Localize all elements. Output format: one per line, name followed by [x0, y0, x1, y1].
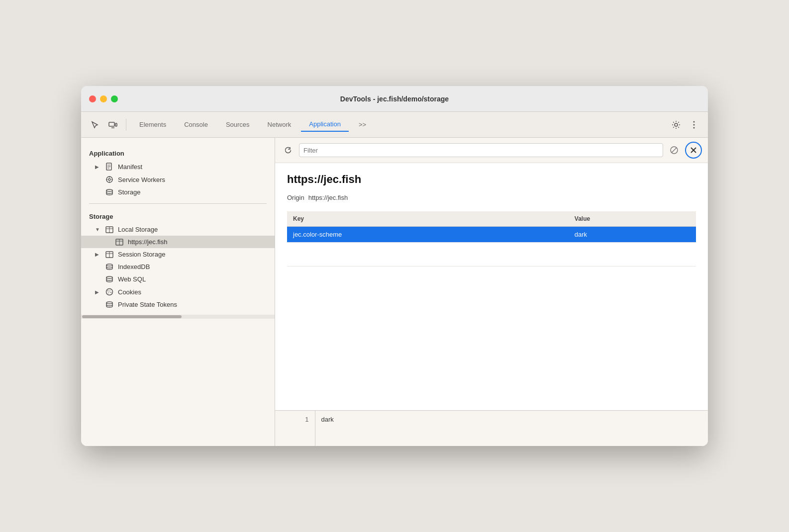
- private-state-tokens-icon: [105, 301, 114, 308]
- bottom-spacer: [275, 428, 315, 446]
- svg-line-37: [672, 148, 677, 153]
- svg-point-4: [693, 121, 695, 122]
- service-workers-label: Service Workers: [118, 176, 165, 183]
- sidebar-item-manifest[interactable]: ▶ Manifest: [81, 160, 275, 173]
- svg-point-35: [106, 302, 112, 304]
- bottom-table-row: 1 dark: [275, 411, 708, 428]
- tab-sources[interactable]: Sources: [218, 118, 258, 131]
- service-workers-icon: [105, 176, 114, 183]
- private-state-tokens-label: Private State Tokens: [118, 301, 177, 308]
- bottom-value: dark: [315, 411, 708, 428]
- storage-table: Key Value jec.color-scheme dark: [287, 211, 696, 266]
- devtools-window: DevTools - jec.fish/demo/storage Element…: [81, 86, 708, 446]
- svg-point-28: [106, 276, 112, 278]
- sidebar: Application ▶ Manifest ▶: [81, 138, 275, 446]
- table-cell-empty: [287, 243, 569, 266]
- web-sql-icon: [105, 276, 114, 283]
- clear-button[interactable]: [685, 142, 702, 159]
- manifest-icon: [105, 163, 114, 171]
- block-icon[interactable]: [667, 143, 681, 157]
- maximize-button[interactable]: [111, 95, 118, 102]
- tab-more[interactable]: >>: [351, 118, 374, 131]
- svg-point-6: [693, 127, 695, 128]
- svg-point-30: [107, 290, 108, 291]
- bottom-table: 1 dark: [275, 411, 708, 446]
- title-bar: DevTools - jec.fish/demo/storage: [81, 86, 708, 112]
- cookies-label: Cookies: [118, 288, 141, 296]
- toolbar-divider: [126, 119, 126, 131]
- local-storage-url-label: https://jec.fish: [128, 238, 167, 246]
- session-storage-chevron: ▶: [95, 252, 101, 257]
- main-panel: https://jec.fish Origin https://jec.fish…: [275, 138, 708, 446]
- panel-toolbar: [275, 138, 708, 163]
- svg-point-17: [106, 189, 112, 191]
- cookies-icon: [105, 288, 114, 296]
- tab-console[interactable]: Console: [176, 118, 216, 131]
- table-cell-key: jec.color-scheme: [287, 227, 569, 243]
- tab-application[interactable]: Application: [301, 117, 349, 132]
- table-row[interactable]: jec.color-scheme dark: [287, 227, 696, 243]
- svg-point-31: [109, 290, 110, 291]
- svg-point-34: [109, 291, 109, 292]
- cursor-tool-icon[interactable]: [87, 117, 103, 133]
- svg-point-3: [675, 123, 678, 126]
- sidebar-item-session-storage[interactable]: ▶ Session Storage: [81, 248, 275, 261]
- sidebar-scrollbar-thumb[interactable]: [82, 315, 182, 318]
- window-title: DevTools - jec.fish/demo/storage: [340, 95, 449, 103]
- sidebar-scrollbar-track: [81, 315, 275, 319]
- device-toolbar-icon[interactable]: [105, 117, 121, 133]
- settings-icon[interactable]: [668, 117, 684, 133]
- bottom-table-spacer: [275, 428, 708, 446]
- application-section-header: Application: [81, 146, 275, 160]
- toolbar: Elements Console Sources Network Applica…: [81, 112, 708, 138]
- indexed-db-icon: [105, 264, 114, 270]
- svg-point-33: [108, 292, 109, 293]
- traffic-lights: [89, 95, 118, 102]
- section-divider: [89, 203, 267, 204]
- sidebar-item-web-sql[interactable]: ▶ Web SQL: [81, 273, 275, 285]
- tab-network[interactable]: Network: [260, 118, 299, 131]
- indexed-db-label: IndexedDB: [118, 263, 150, 270]
- bottom-index: 1: [275, 411, 315, 428]
- svg-point-27: [106, 264, 112, 266]
- close-button[interactable]: [89, 95, 96, 102]
- svg-point-12: [108, 178, 110, 180]
- svg-point-5: [693, 124, 695, 125]
- minimize-button[interactable]: [100, 95, 107, 102]
- local-storage-url-icon: [115, 239, 124, 246]
- cookies-chevron: ▶: [95, 289, 101, 295]
- storage-section-header: Storage: [81, 209, 275, 223]
- origin-title: https://jec.fish: [287, 173, 696, 186]
- local-storage-label: Local Storage: [118, 226, 158, 233]
- table-row-empty-1[interactable]: [287, 243, 696, 266]
- panel-content: https://jec.fish Origin https://jec.fish…: [275, 163, 708, 410]
- sidebar-item-local-storage-url[interactable]: https://jec.fish: [81, 236, 275, 248]
- manifest-chevron: ▶: [95, 164, 101, 170]
- origin-label: Origin: [287, 194, 304, 201]
- bottom-panel: 1 dark: [275, 410, 708, 446]
- main-content: Application ▶ Manifest ▶: [81, 138, 708, 446]
- sidebar-item-cookies[interactable]: ▶ Cookies: [81, 285, 275, 298]
- local-storage-chevron: ▼: [95, 227, 101, 232]
- refresh-button[interactable]: [281, 143, 295, 157]
- more-options-icon[interactable]: [686, 117, 702, 133]
- filter-input[interactable]: [299, 143, 663, 157]
- tab-elements[interactable]: Elements: [131, 118, 174, 131]
- svg-rect-1: [115, 123, 117, 126]
- web-sql-label: Web SQL: [118, 275, 146, 283]
- table-cell-empty-2: [569, 243, 696, 266]
- sidebar-item-local-storage[interactable]: ▼ Local Storage: [81, 223, 275, 236]
- sidebar-item-storage[interactable]: ▶ Storage: [81, 186, 275, 198]
- origin-row: Origin https://jec.fish: [287, 194, 696, 201]
- svg-point-32: [110, 292, 111, 293]
- table-cell-value: dark: [569, 227, 696, 243]
- col-header-value: Value: [569, 211, 696, 227]
- sidebar-item-indexed-db[interactable]: ▶ IndexedDB: [81, 261, 275, 273]
- session-storage-label: Session Storage: [118, 251, 165, 258]
- sidebar-item-service-workers[interactable]: ▶ Service Workers: [81, 173, 275, 186]
- toolbar-right: [668, 117, 702, 133]
- manifest-label: Manifest: [118, 163, 142, 171]
- storage-icon: [105, 189, 114, 196]
- storage-label: Storage: [118, 188, 141, 196]
- sidebar-item-private-state-tokens[interactable]: ▶ Private State Tokens: [81, 298, 275, 311]
